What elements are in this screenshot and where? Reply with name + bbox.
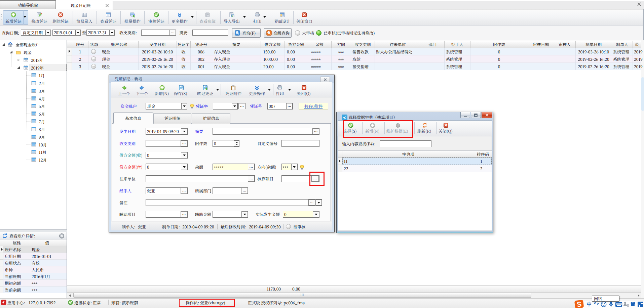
svg-text:21: 21 — [25, 67, 27, 69]
svg-text:2: 2 — [628, 304, 629, 307]
svg-text:21: 21 — [25, 59, 27, 61]
